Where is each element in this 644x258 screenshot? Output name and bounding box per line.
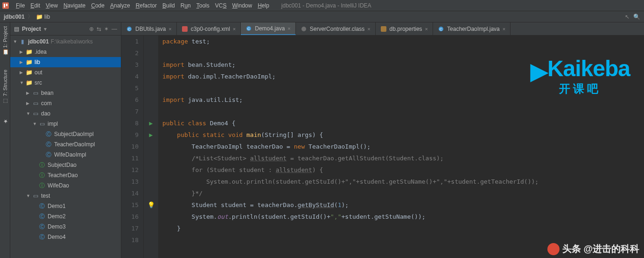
file-icon xyxy=(182,26,188,32)
menu-window[interactable]: Window xyxy=(229,1,255,10)
file-icon: C xyxy=(438,26,444,32)
class-icon: Ⓒ xyxy=(38,202,46,210)
svg-rect-5 xyxy=(182,26,188,32)
gear-icon[interactable]: ✶ xyxy=(104,26,109,32)
tab-demo4-java[interactable]: CDemo4.java× xyxy=(241,22,295,35)
chevron-right-icon: 〉 xyxy=(28,13,33,21)
main-menu-bar: FileEditViewNavigateCodeAnalyzeRefactorB… xyxy=(0,0,644,11)
tree-node-dao[interactable]: ▼▭dao xyxy=(10,108,121,119)
menu-vcs[interactable]: VCS xyxy=(212,1,230,10)
menu-file[interactable]: File xyxy=(13,1,28,10)
tree-node-bean[interactable]: ▶▭bean xyxy=(10,88,121,98)
chevron-down-icon[interactable]: ▾ xyxy=(44,26,47,32)
class-icon: Ⓒ xyxy=(45,130,52,138)
window-title: jdbc001 - Demo4.java - IntelliJ IDEA xyxy=(281,2,371,9)
menu-code[interactable]: Code xyxy=(88,1,107,10)
module-icon: ▮ xyxy=(19,38,26,45)
navigate-back-icon[interactable]: ↖ xyxy=(625,14,630,20)
tree-node-wifedaoimpl[interactable]: ⒸWifeDaoImpl xyxy=(10,150,121,160)
tab-servercontroller-class[interactable]: ServerController.class× xyxy=(296,22,376,35)
project-tool-tab[interactable]: 📋 1: Project xyxy=(1,24,9,57)
search-icon[interactable]: 🔍 xyxy=(633,14,640,20)
pkg-icon: ▭ xyxy=(32,110,39,117)
menu-tools[interactable]: Tools xyxy=(194,1,212,10)
svg-rect-1 xyxy=(4,4,5,7)
tab-c3p0-config-xml[interactable]: c3p0-config.xml× xyxy=(177,22,241,35)
line-number-gutter: 123456789101112131415161718 xyxy=(121,36,144,258)
svg-text:C: C xyxy=(128,27,131,31)
menu-refactor[interactable]: Refactor xyxy=(133,1,160,10)
select-opened-file-icon[interactable]: ⊕ xyxy=(89,26,94,32)
tree-root[interactable]: ▼ ▮ jdbc001 F:\kaikeba\works xyxy=(10,36,121,47)
run-gutter-icon[interactable]: ▶ xyxy=(149,129,153,141)
menu-view[interactable]: View xyxy=(43,1,61,10)
class-icon: Ⓒ xyxy=(38,213,46,221)
tree-node-src[interactable]: ▼📁src xyxy=(10,78,121,88)
tree-node-out[interactable]: ▶📁out xyxy=(10,67,121,78)
menu-edit[interactable]: Edit xyxy=(28,1,43,10)
close-tab-icon[interactable]: × xyxy=(168,26,171,32)
editor-tab-bar: CDBUtils.java×c3p0-config.xml×CDemo4.jav… xyxy=(121,22,644,36)
breadcrumb-path[interactable]: 📁 lib xyxy=(36,14,50,20)
tree-node-demo1[interactable]: ⒸDemo1 xyxy=(10,201,121,211)
intention-bulb-icon[interactable]: 💡 xyxy=(147,199,155,211)
expand-all-icon[interactable]: ⇆ xyxy=(97,26,101,32)
app-logo-icon xyxy=(2,2,9,9)
tree-node-com[interactable]: ▶▭com xyxy=(10,98,121,108)
attribution-watermark: 头条 @进击的科科 xyxy=(547,243,639,255)
breadcrumb-bar: jdbc001 〉 📁 lib ↖ 🔍 xyxy=(0,11,644,22)
tab-dbutils-java[interactable]: CDBUtils.java× xyxy=(121,22,177,35)
avatar-icon xyxy=(547,243,560,255)
src-icon: 📁 xyxy=(25,79,33,86)
close-tab-icon[interactable]: × xyxy=(367,26,370,32)
class-icon: Ⓒ xyxy=(45,141,52,149)
tree-node-.idea[interactable]: ▶📁.idea xyxy=(10,47,121,57)
project-panel-title[interactable]: Project xyxy=(22,26,41,32)
iface-icon: Ⓘ xyxy=(38,161,46,169)
pkg-icon: ▭ xyxy=(32,100,39,107)
iface-icon: Ⓘ xyxy=(38,182,46,190)
pkg-icon: ▭ xyxy=(38,121,46,127)
tree-node-wifedao[interactable]: ⒾWifeDao xyxy=(10,180,121,191)
tool-window-bar: 📋 1: Project ⬚ 7: Structure ★ xyxy=(0,22,10,258)
menu-run[interactable]: Run xyxy=(178,1,194,10)
class-icon: Ⓒ xyxy=(38,223,46,231)
menu-build[interactable]: Build xyxy=(160,1,178,10)
close-tab-icon[interactable]: × xyxy=(287,26,290,31)
favorites-tool-tab[interactable]: ★ xyxy=(1,116,9,126)
tree-node-test[interactable]: ▼▭test xyxy=(10,191,121,201)
project-panel: ▤ Project ▾ ⊕ ⇆ ✶ — ▼ ▮ jdbc001 F:\kaike… xyxy=(10,22,121,258)
pkg-icon: ▭ xyxy=(32,90,39,96)
tree-node-demo2[interactable]: ⒸDemo2 xyxy=(10,211,121,222)
tree-node-subjectdao[interactable]: ⒾSubjectDao xyxy=(10,160,121,170)
tree-node-lib[interactable]: ▶📁lib xyxy=(10,57,121,67)
out-icon: 📁 xyxy=(25,69,33,76)
structure-tool-tab[interactable]: ⬚ 7: Structure xyxy=(1,68,9,106)
tree-node-demo3[interactable]: ⒸDemo3 xyxy=(10,222,121,232)
iface-icon: Ⓘ xyxy=(38,172,46,179)
menu-analyze[interactable]: Analyze xyxy=(107,1,133,10)
svg-rect-2 xyxy=(6,4,7,6)
tree-node-subjectdaoimpl[interactable]: ⒸSubjectDaoImpl xyxy=(10,129,121,139)
tree-node-teacherdao[interactable]: ⒾTeacherDao xyxy=(10,170,121,180)
file-icon xyxy=(380,26,387,32)
gutter-markers[interactable]: ▶▶💡 xyxy=(144,36,159,258)
project-tree[interactable]: ▼ ▮ jdbc001 F:\kaikeba\works ▶📁.idea▶📁li… xyxy=(10,36,121,243)
code-editor[interactable]: 123456789101112131415161718 ▶▶💡 package … xyxy=(121,36,644,258)
hide-panel-icon[interactable]: — xyxy=(112,26,117,32)
breadcrumb-project[interactable]: jdbc001 xyxy=(4,14,25,20)
file-icon xyxy=(301,26,307,32)
class-icon: Ⓒ xyxy=(45,151,52,159)
editor-area: CDBUtils.java×c3p0-config.xml×CDemo4.jav… xyxy=(121,22,644,258)
tree-node-demo4[interactable]: ⒸDemo4 xyxy=(10,232,121,242)
close-tab-icon[interactable]: × xyxy=(233,26,236,32)
close-tab-icon[interactable]: × xyxy=(503,26,505,32)
tree-node-impl[interactable]: ▼▭impl xyxy=(10,119,121,129)
tree-node-teacherdaoimpl[interactable]: ⒸTeacherDaoImpl xyxy=(10,139,121,150)
close-tab-icon[interactable]: × xyxy=(425,26,428,32)
menu-navigate[interactable]: Navigate xyxy=(61,1,88,10)
tab-db-properties[interactable]: db.properties× xyxy=(376,22,433,35)
menu-help[interactable]: Help xyxy=(255,1,272,10)
run-gutter-icon[interactable]: ▶ xyxy=(149,117,153,129)
tab-teacherdaoimpl-java[interactable]: CTeacherDaoImpl.java× xyxy=(433,22,511,35)
